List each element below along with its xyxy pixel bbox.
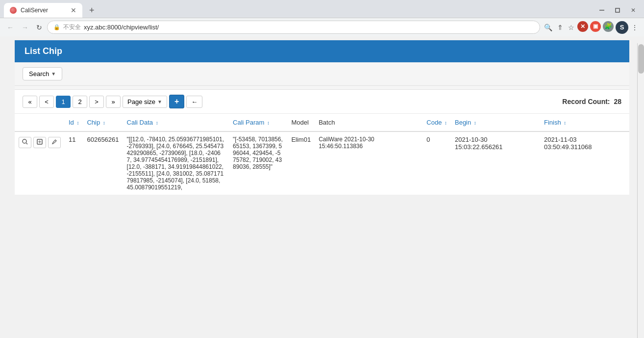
extension-puzzle-icon[interactable]: 🧩 <box>603 21 614 32</box>
back-button[interactable]: ← <box>186 96 202 108</box>
row-edit-button[interactable] <box>33 137 46 148</box>
tab-favicon <box>10 7 17 14</box>
svg-rect-0 <box>599 10 604 11</box>
page-1-button[interactable]: 1 <box>56 96 71 108</box>
table-body: 11 602656261 "[[12.0, -78410, 25.0593677… <box>15 131 629 195</box>
record-count-value: 28 <box>614 98 621 105</box>
window-controls: ✕ <box>595 5 640 16</box>
col-id[interactable]: Id ↕ <box>65 114 83 131</box>
reload-button[interactable]: ↻ <box>33 22 45 33</box>
row-cali-param-cell: "[-53458, 7013856, 65153, 1367399, 59604… <box>229 131 287 195</box>
page-size-dropdown-button[interactable]: Page size ▼ <box>123 96 167 108</box>
row-pen-button[interactable] <box>48 137 61 148</box>
bookmark-button[interactable]: ☆ <box>566 21 576 34</box>
search-dropdown-button[interactable]: Search ▼ <box>23 67 62 80</box>
col-cali-param[interactable]: Cali Param ↕ <box>229 114 287 131</box>
data-table: Id ↕ Chip ↕ Cali Data ↕ Cali Param ↕ <box>15 114 629 195</box>
share-button[interactable]: ⇑ <box>555 21 565 34</box>
browser-titlebar: CaliServer ✕ + ✕ <box>0 0 644 18</box>
browser-toolbar-icons: 🔍 ⇑ ☆ ✕ ▣ 🧩 S ⋮ <box>542 21 640 34</box>
scrollbar-thumb[interactable] <box>638 44 644 74</box>
row-cali-data-cell: "[[12.0, -78410, 25.05936771985101, -276… <box>123 131 229 195</box>
col-chip[interactable]: Chip ↕ <box>83 114 123 131</box>
search-caret-icon: ▼ <box>51 71 56 77</box>
zoom-button[interactable]: 🔍 <box>542 21 554 34</box>
record-count-label: Record Count: <box>562 98 610 105</box>
col-actions <box>15 114 65 131</box>
forward-nav-button[interactable]: → <box>19 22 31 33</box>
table-row: 11 602656261 "[[12.0, -78410, 25.0593677… <box>15 131 629 195</box>
extension-cube-icon[interactable]: ▣ <box>590 21 601 32</box>
row-finish-cell: 2021-11-03 03:50:49.311068 <box>540 131 629 195</box>
svg-point-2 <box>23 139 26 143</box>
id-sort-icon: ↕ <box>76 120 79 126</box>
separator <box>15 86 629 90</box>
browser-tab[interactable]: CaliServer ✕ <box>4 3 82 18</box>
table-header: Id ↕ Chip ↕ Cali Data ↕ Cali Param ↕ <box>15 114 629 131</box>
maximize-button[interactable] <box>611 5 624 16</box>
row-actions <box>19 136 61 148</box>
new-tab-button[interactable]: + <box>86 5 98 16</box>
row-actions-cell <box>15 131 65 195</box>
col-model: Model <box>287 114 315 131</box>
page-size-label: Page size <box>127 98 155 105</box>
tab-close-button[interactable]: ✕ <box>71 6 76 14</box>
col-batch: Batch <box>315 114 422 131</box>
data-table-container: Id ↕ Chip ↕ Cali Data ↕ Cali Param ↕ <box>15 114 629 195</box>
page-title: List Chip <box>25 46 62 56</box>
security-label: 不安全 <box>63 23 81 31</box>
first-page-button[interactable]: « <box>23 96 37 108</box>
row-search-button[interactable] <box>19 137 31 148</box>
scrollbar-track[interactable] <box>637 43 644 199</box>
security-icon: 🔒 <box>53 24 60 30</box>
col-code[interactable]: Code ↕ <box>422 114 451 131</box>
begin-sort-icon: ↕ <box>474 120 476 126</box>
browser-window: CaliServer ✕ + ✕ ← → ↻ 🔒 不安全 xyz.abc:800… <box>0 0 644 199</box>
row-code-cell: 0 <box>422 131 451 195</box>
url-display: xyz.abc:8000/chipview/list/ <box>84 24 159 31</box>
cali-data-sort-icon: ↕ <box>156 120 158 126</box>
col-finish[interactable]: Finish ↕ <box>540 114 629 131</box>
minimize-button[interactable] <box>595 5 609 16</box>
col-cali-data[interactable]: Cali Data ↕ <box>123 114 229 131</box>
page-2-button[interactable]: 2 <box>73 96 87 108</box>
add-record-button[interactable]: + <box>169 95 184 108</box>
search-bar: Search ▼ <box>15 62 629 86</box>
cali-param-sort-icon: ↕ <box>267 120 270 126</box>
browser-toolbar: ← → ↻ 🔒 不安全 xyz.abc:8000/chipview/list/ … <box>0 18 644 36</box>
row-model-cell: Elim01 <box>287 131 315 195</box>
row-id-cell: 11 <box>65 131 83 195</box>
tab-title: CaliServer <box>21 7 67 14</box>
address-bar[interactable]: 🔒 不安全 xyz.abc:8000/chipview/list/ <box>47 21 540 34</box>
extension-red-icon[interactable]: ✕ <box>577 21 588 32</box>
back-nav-button[interactable]: ← <box>4 22 17 33</box>
next-page-button[interactable]: > <box>89 96 104 108</box>
page-header: List Chip <box>15 40 629 62</box>
table-header-row: Id ↕ Chip ↕ Cali Data ↕ Cali Param ↕ <box>15 114 629 131</box>
chip-sort-icon: ↕ <box>103 120 105 126</box>
prev-page-button[interactable]: < <box>39 96 54 108</box>
row-begin-cell: 2021-10-30 15:03:22.656261 <box>451 131 540 195</box>
record-count: Record Count: 28 <box>562 98 621 105</box>
browser-menu-button[interactable]: ⋮ <box>629 21 640 34</box>
row-batch-cell: CaliWare 2021-10-30 15:46:50.113836 <box>315 131 422 195</box>
svg-line-3 <box>26 143 28 145</box>
finish-sort-icon: ↕ <box>564 120 566 126</box>
code-sort-icon: ↕ <box>445 120 447 126</box>
pagination-bar: « < 1 2 > » Page size ▼ + ← Record Count… <box>15 90 629 114</box>
close-window-button[interactable]: ✕ <box>626 5 640 16</box>
page-size-caret-icon: ▼ <box>157 99 162 104</box>
row-chip-cell: 602656261 <box>83 131 123 195</box>
search-button-label: Search <box>29 70 49 78</box>
last-page-button[interactable]: » <box>106 96 121 108</box>
col-begin[interactable]: Begin ↕ <box>451 114 540 131</box>
page-wrapper: List Chip Search ▼ « < 1 2 > » Page <box>15 40 629 195</box>
svg-rect-1 <box>616 8 619 12</box>
browser-profile-icon[interactable]: S <box>616 21 628 34</box>
